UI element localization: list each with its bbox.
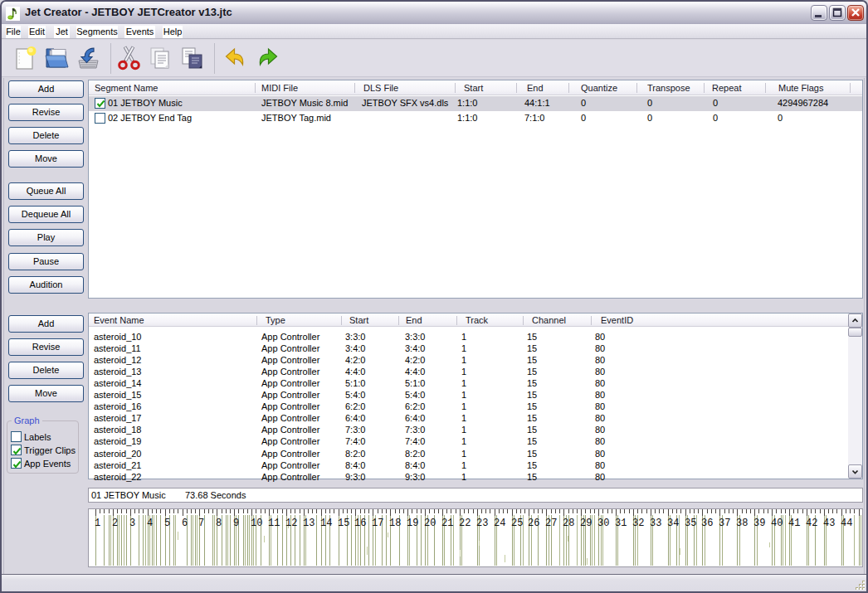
svg-text:27: 27 xyxy=(545,518,557,529)
svg-text:40: 40 xyxy=(771,518,783,529)
svg-text:12: 12 xyxy=(285,518,297,529)
svg-text:32: 32 xyxy=(632,518,644,529)
svg-text:29: 29 xyxy=(580,518,592,529)
svg-text:39: 39 xyxy=(753,518,765,529)
svg-text:30: 30 xyxy=(597,518,609,529)
svg-text:13: 13 xyxy=(303,518,315,529)
svg-text:24: 24 xyxy=(494,518,505,529)
svg-text:33: 33 xyxy=(650,518,661,529)
svg-text:22: 22 xyxy=(459,518,471,529)
svg-text:16: 16 xyxy=(354,518,366,529)
svg-text:6: 6 xyxy=(182,518,188,529)
svg-text:21: 21 xyxy=(441,518,453,529)
svg-text:10: 10 xyxy=(251,518,262,529)
svg-text:43: 43 xyxy=(823,518,835,529)
svg-text:18: 18 xyxy=(389,518,401,529)
svg-text:31: 31 xyxy=(615,518,627,529)
svg-text:37: 37 xyxy=(719,518,730,529)
svg-text:19: 19 xyxy=(407,518,418,529)
svg-text:11: 11 xyxy=(268,518,280,529)
svg-text:23: 23 xyxy=(476,518,488,529)
svg-text:9: 9 xyxy=(233,518,239,529)
svg-text:4: 4 xyxy=(147,518,153,529)
svg-text:8: 8 xyxy=(216,518,222,529)
svg-text:7: 7 xyxy=(198,518,204,529)
svg-text:14: 14 xyxy=(320,518,332,529)
svg-text:26: 26 xyxy=(528,518,539,529)
svg-text:15: 15 xyxy=(338,518,349,529)
svg-text:2: 2 xyxy=(112,518,118,529)
svg-text:34: 34 xyxy=(667,518,679,529)
svg-text:17: 17 xyxy=(372,518,383,529)
svg-text:20: 20 xyxy=(424,518,436,529)
svg-text:35: 35 xyxy=(685,518,696,529)
svg-text:36: 36 xyxy=(701,518,713,529)
svg-text:25: 25 xyxy=(511,518,523,529)
svg-text:5: 5 xyxy=(164,518,170,529)
svg-text:28: 28 xyxy=(563,518,574,529)
svg-text:44: 44 xyxy=(841,518,852,529)
svg-text:42: 42 xyxy=(806,518,817,529)
svg-text:38: 38 xyxy=(736,518,748,529)
svg-text:3: 3 xyxy=(129,518,135,529)
svg-text:41: 41 xyxy=(788,518,800,529)
svg-text:1: 1 xyxy=(95,518,100,529)
